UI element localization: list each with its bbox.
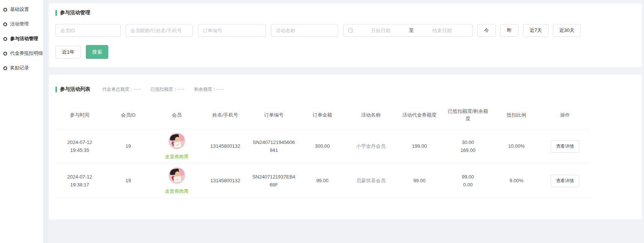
deducted-value: 30.00 [446, 139, 490, 146]
quick-30days-button[interactable]: 近30天 [553, 24, 581, 37]
cell-member-id: 19 [104, 164, 153, 198]
sidebar-item-basic-settings[interactable]: 基础设置 [0, 2, 43, 17]
sidebar-item-participation-management[interactable]: 参与活动管理 [0, 32, 43, 46]
remaining-value: 0.00 [446, 181, 490, 189]
member-avatar [169, 167, 185, 184]
circle-icon [3, 66, 7, 70]
col-activity-name: 活动名称 [347, 103, 395, 129]
member-info-input[interactable] [126, 24, 193, 37]
circle-icon [3, 37, 7, 41]
clock-icon [348, 28, 353, 33]
title-accent-bar [55, 87, 57, 92]
cell-deducted-remaining: 99.00 0.00 [444, 164, 492, 198]
col-name-phone: 姓名/手机号 [201, 103, 250, 129]
deducted-value: 99.00 [446, 173, 490, 181]
filter-card: 参与活动管理 至 今 昨 近7天 近30天 [49, 3, 642, 67]
cell-actions: 查看详情 [541, 164, 589, 198]
member-name-link[interactable]: 皮蛋瘦肉周 [165, 188, 189, 195]
remaining-stat: 剩余额度：- - - [194, 86, 224, 93]
col-member: 会员 [152, 103, 201, 129]
title-accent-bar [55, 10, 57, 16]
member-name-link[interactable]: 皮蛋瘦肉周 [165, 153, 189, 160]
start-date-input[interactable] [355, 28, 407, 33]
member-id-input[interactable] [55, 24, 121, 37]
date-range-picker[interactable]: 至 [343, 24, 473, 37]
view-detail-button[interactable]: 查看详情 [551, 140, 579, 153]
sidebar-scrollbar-track[interactable] [43, 0, 48, 243]
search-button[interactable]: 搜索 [86, 45, 108, 59]
summary-stats: 代金券总额度：- - - 已抵扣额度：- - - 剩余额度：- - - [102, 86, 233, 93]
sidebar-item-label: 代金券抵扣明细 [10, 50, 43, 57]
cell-ratio: 9.00% [492, 164, 541, 198]
cell-voucher-amount: 99.00 [395, 164, 444, 198]
cell-deducted-remaining: 30.00 169.00 [444, 129, 492, 164]
list-card-title: 参与活动列表 代金券总额度：- - - 已抵扣额度：- - - 剩余额度：- -… [55, 86, 635, 93]
cell-ratio: 10.00% [492, 129, 541, 164]
cell-activity-name: 启蒙筑基会员 [347, 164, 395, 198]
table-row: 2024-07-12 19:45:35 19 [55, 129, 589, 164]
col-actions: 操作 [541, 103, 589, 129]
activity-name-input[interactable] [271, 24, 338, 37]
col-deduction-ratio: 抵扣比例 [492, 103, 541, 129]
sidebar-item-activity-management[interactable]: 活动管理 [0, 17, 43, 32]
quick-yesterday-button[interactable]: 昨 [500, 24, 518, 37]
circle-icon [3, 22, 7, 26]
col-participation-time: 参与时间 [55, 103, 104, 129]
cell-order-no: SN2407121937EB468F [250, 164, 298, 198]
circle-icon [3, 52, 7, 56]
sidebar-item-label: 基础设置 [10, 6, 29, 13]
deducted-stat: 已抵扣额度：- - - [151, 86, 185, 93]
col-member-id: 会员ID [104, 103, 153, 129]
sidebar-item-label: 奖励记录 [10, 65, 29, 71]
cell-member: 皮蛋瘦肉周 [152, 164, 201, 198]
end-date-input[interactable] [416, 28, 468, 33]
sidebar: 基础设置 活动管理 参与活动管理 代金券抵扣明细 奖励记录 [0, 0, 43, 243]
col-deducted-remaining: 已抵扣额度/剩余额度 [444, 103, 492, 129]
view-detail-button[interactable]: 查看详情 [551, 175, 579, 187]
table-row: 2024-07-12 19:38:17 19 [55, 164, 589, 198]
quick-today-button[interactable]: 今 [477, 24, 496, 37]
cell-phone: 13145800132 [201, 164, 250, 198]
cell-time: 2024-07-12 19:45:35 [55, 129, 104, 164]
table-header-row: 参与时间 会员ID 会员 姓名/手机号 订单编号 订单金额 活动名称 活动代金券… [55, 103, 589, 129]
quick-7days-button[interactable]: 近7天 [523, 24, 548, 37]
cell-member-id: 19 [104, 129, 153, 164]
remaining-value: 169.00 [446, 147, 490, 154]
col-order-amount: 订单金额 [298, 103, 347, 129]
col-order-no: 订单编号 [250, 103, 298, 129]
cell-member: 皮蛋瘦肉周 [152, 129, 201, 164]
voucher-total-stat: 代金券总额度：- - - [102, 86, 141, 93]
list-card: 参与活动列表 代金券总额度：- - - 已抵扣额度：- - - 剩余额度：- -… [49, 75, 642, 219]
activity-table: 参与时间 会员ID 会员 姓名/手机号 订单编号 订单金额 活动名称 活动代金券… [55, 103, 589, 198]
sidebar-item-voucher-deduction-details[interactable]: 代金券抵扣明细 [0, 46, 43, 61]
filter-row-2: 近1年 搜索 [55, 45, 635, 59]
circle-icon [3, 8, 7, 12]
filter-row: 至 今 昨 近7天 近30天 [55, 24, 635, 37]
cell-actions: 查看详情 [541, 129, 589, 164]
sidebar-item-label: 活动管理 [10, 21, 29, 27]
cell-activity-name: 小学金丹会员 [347, 129, 395, 164]
cell-phone: 13145800132 [201, 129, 250, 164]
cell-order-amount: 300.00 [298, 129, 347, 164]
cell-voucher-amount: 199.00 [395, 129, 444, 164]
member-avatar [169, 133, 185, 149]
main-content: 参与活动管理 至 今 昨 近7天 近30天 [48, 0, 644, 243]
list-title: 参与活动列表 [60, 86, 90, 93]
quick-1year-button[interactable]: 近1年 [55, 46, 81, 58]
cell-order-no: SN2407121945606941 [250, 129, 298, 164]
order-no-input[interactable] [198, 24, 266, 37]
col-voucher-amount: 活动代金券额度 [395, 103, 444, 129]
sidebar-item-reward-records[interactable]: 奖励记录 [0, 61, 43, 75]
sidebar-item-label: 参与活动管理 [10, 36, 38, 42]
page-title: 参与活动管理 [60, 9, 90, 16]
filter-card-title: 参与活动管理 [55, 9, 635, 16]
date-separator: 至 [407, 27, 416, 34]
cell-time: 2024-07-12 19:38:17 [55, 164, 104, 198]
cell-order-amount: 99.00 [298, 164, 347, 198]
